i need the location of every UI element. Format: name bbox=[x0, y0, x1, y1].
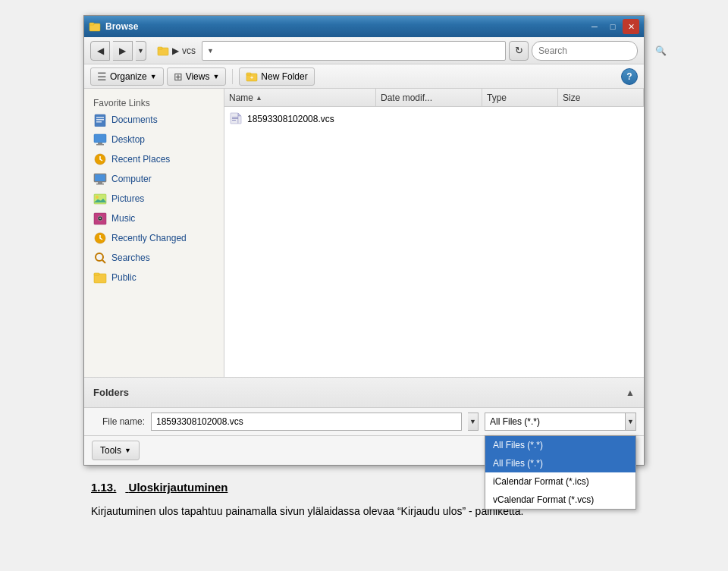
svg-rect-17 bbox=[98, 182, 102, 184]
sidebar-item-searches-label: Searches bbox=[111, 253, 150, 263]
sidebar-item-public-label: Public bbox=[111, 272, 136, 283]
sidebar-item-pictures-label: Pictures bbox=[111, 193, 144, 204]
folders-label: Folders bbox=[93, 387, 129, 398]
address-dropdown-arrow[interactable]: ▼ bbox=[206, 47, 215, 55]
filetype-dropdown-popup: All Files (*.*) All Files (*.*) iCalenda… bbox=[485, 435, 636, 510]
sidebar-item-recently-changed-label: Recently Changed bbox=[111, 233, 187, 243]
svg-point-20 bbox=[96, 196, 99, 199]
refresh-button[interactable]: ↻ bbox=[509, 41, 529, 61]
maximize-button[interactable]: □ bbox=[604, 19, 621, 34]
desktop-icon bbox=[93, 133, 107, 146]
svg-rect-12 bbox=[98, 143, 102, 144]
filetype-dropdown-button[interactable]: ▼ bbox=[626, 413, 636, 431]
history-dropdown-button[interactable]: ▼ bbox=[136, 41, 146, 61]
file-name-input[interactable] bbox=[151, 413, 462, 431]
svg-rect-16 bbox=[95, 174, 105, 181]
column-header-type[interactable]: Type bbox=[482, 89, 558, 106]
sidebar-item-music-label: Music bbox=[111, 213, 135, 224]
window-title: Browse bbox=[105, 21, 138, 32]
views-button[interactable]: ⊞ Views ▼ bbox=[167, 67, 227, 86]
tools-button[interactable]: Tools ▼ bbox=[92, 441, 140, 460]
sidebar-item-recent-places-label: Recent Places bbox=[111, 154, 170, 165]
address-bar[interactable]: ▼ bbox=[202, 41, 506, 61]
svg-line-26 bbox=[102, 260, 105, 263]
dropdown-item-ics[interactable]: iCalendar Format (*.ics) bbox=[485, 472, 635, 491]
sidebar-item-documents-label: Documents bbox=[111, 115, 158, 125]
column-header-name[interactable]: Name ▲ bbox=[224, 89, 376, 106]
column-header-size[interactable]: Size bbox=[558, 89, 644, 106]
column-headers: Name ▲ Date modif... Type Size bbox=[224, 89, 644, 107]
organize-button[interactable]: ☰ Organize ▼ bbox=[90, 67, 164, 86]
sidebar-item-public[interactable]: Public bbox=[84, 268, 224, 287]
search-box[interactable]: 🔍 bbox=[532, 41, 638, 61]
title-bar: Browse ─ □ ✕ bbox=[84, 16, 644, 37]
search-input[interactable] bbox=[538, 45, 652, 56]
dropdown-item-all-files-highlighted[interactable]: All Files (*.*) bbox=[485, 436, 635, 454]
back-button[interactable]: ◀ bbox=[90, 41, 110, 61]
sidebar-item-desktop[interactable]: Desktop bbox=[84, 130, 224, 149]
svg-rect-33 bbox=[232, 118, 238, 119]
views-label: Views bbox=[186, 71, 210, 82]
file-name-bar: File name: ▼ ▼ All Files (*.*) All Files… bbox=[84, 407, 644, 435]
action-separator bbox=[232, 69, 233, 84]
dropdown-item-all-files[interactable]: All Files (*.*) bbox=[485, 454, 635, 472]
new-folder-button[interactable]: + New Folder bbox=[239, 67, 314, 86]
organize-dropdown-icon: ▼ bbox=[150, 73, 157, 80]
action-bar: ☰ Organize ▼ ⊞ Views ▼ + New Folder ? bbox=[84, 64, 644, 89]
file-list: 18593308102008.vcs bbox=[224, 107, 644, 377]
close-button[interactable]: ✕ bbox=[623, 19, 639, 34]
svg-rect-19 bbox=[94, 194, 106, 204]
sidebar-item-searches[interactable]: Searches bbox=[84, 248, 224, 268]
main-content: Favorite Links Documents bbox=[84, 89, 644, 377]
title-bar-controls: ─ □ ✕ bbox=[586, 19, 639, 34]
svg-rect-18 bbox=[96, 184, 104, 185]
file-vcs-icon bbox=[229, 112, 243, 126]
sidebar-item-computer-label: Computer bbox=[111, 174, 152, 184]
breadcrumb-folder-icon bbox=[157, 45, 169, 57]
svg-rect-1 bbox=[89, 23, 94, 25]
folders-panel: Folders ▲ bbox=[84, 377, 644, 407]
sidebar-item-pictures[interactable]: Pictures bbox=[84, 189, 224, 209]
svg-point-25 bbox=[96, 253, 103, 261]
file-name-label: File name: bbox=[92, 416, 145, 427]
folders-chevron[interactable]: ▲ bbox=[626, 387, 635, 398]
sidebar-item-recent-places[interactable]: Recent Places bbox=[84, 149, 224, 169]
svg-rect-7 bbox=[95, 115, 105, 127]
dropdown-item-vcs[interactable]: vCalendar Format (*.vcs) bbox=[485, 491, 635, 509]
title-bar-left: Browse bbox=[89, 20, 138, 33]
recent-places-icon bbox=[93, 152, 107, 166]
sidebar-item-music[interactable]: Music bbox=[84, 209, 224, 228]
tools-label: Tools bbox=[100, 445, 121, 456]
svg-rect-34 bbox=[232, 120, 236, 121]
sidebar-item-computer[interactable]: Computer bbox=[84, 169, 224, 189]
computer-icon bbox=[93, 172, 107, 186]
recently-changed-icon bbox=[93, 231, 107, 245]
minimize-button[interactable]: ─ bbox=[586, 19, 603, 34]
breadcrumb-path: vcs bbox=[182, 45, 196, 56]
help-button[interactable]: ? bbox=[621, 68, 638, 85]
views-icon: ⊞ bbox=[174, 71, 183, 83]
column-header-date[interactable]: Date modif... bbox=[376, 89, 482, 106]
title-folder-icon bbox=[89, 20, 101, 33]
file-name-dropdown-button[interactable]: ▼ bbox=[468, 413, 479, 431]
forward-button[interactable]: ▶ bbox=[113, 41, 133, 61]
section-body-text: Kirjautuminen ulos tapahtuu painamalla s… bbox=[91, 505, 523, 517]
sort-arrow: ▲ bbox=[256, 94, 262, 102]
sidebar-item-documents[interactable]: Documents bbox=[84, 110, 224, 130]
svg-rect-28 bbox=[94, 273, 99, 275]
new-folder-label: New Folder bbox=[261, 71, 307, 82]
sidebar-item-recently-changed[interactable]: Recently Changed bbox=[84, 228, 224, 248]
pictures-icon bbox=[93, 192, 107, 205]
section-number: 1.13. bbox=[91, 481, 116, 494]
svg-marker-30 bbox=[238, 113, 241, 116]
svg-rect-32 bbox=[232, 117, 238, 118]
breadcrumb-arrow: ▶ bbox=[172, 45, 179, 56]
filetype-container: ▼ All Files (*.*) All Files (*.*) iCalen… bbox=[485, 413, 636, 431]
svg-rect-8 bbox=[96, 117, 104, 118]
svg-rect-11 bbox=[94, 134, 106, 143]
filetype-input[interactable] bbox=[485, 413, 626, 431]
svg-point-23 bbox=[99, 218, 101, 219]
section-title: Uloskirjautuminen bbox=[129, 481, 228, 494]
file-item[interactable]: 18593308102008.vcs bbox=[224, 110, 644, 128]
filetype-select: ▼ bbox=[485, 413, 636, 431]
